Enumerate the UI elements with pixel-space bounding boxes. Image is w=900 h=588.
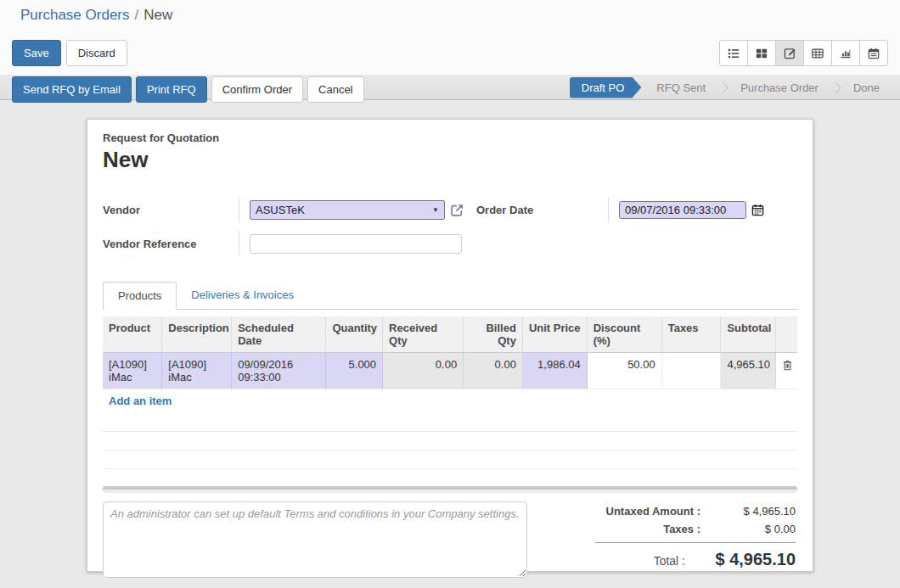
column-taxes: Taxes bbox=[661, 316, 721, 353]
graph-view-button[interactable] bbox=[831, 40, 860, 66]
top-bar: Purchase Orders/New Save Discard bbox=[0, 0, 900, 75]
terms-and-conditions-textarea[interactable] bbox=[103, 501, 527, 578]
totals-divider bbox=[595, 542, 796, 543]
chevron-right-icon bbox=[830, 82, 841, 93]
print-rfq-button[interactable]: Print RFQ bbox=[136, 76, 207, 103]
breadcrumb-parent-link[interactable]: Purchase Orders bbox=[20, 7, 130, 23]
empty-row bbox=[103, 450, 797, 468]
confirm-order-button[interactable]: Confirm Order bbox=[211, 76, 303, 103]
table-row: [A1090] iMac [A1090] iMac 09/09/2016 09:… bbox=[103, 353, 797, 389]
cell-discount[interactable]: 50.00 bbox=[587, 353, 661, 389]
delete-row-icon[interactable] bbox=[782, 360, 793, 371]
list-view-button[interactable] bbox=[719, 40, 748, 66]
stage-indicator: Draft PO RFQ Sent Purchase Order Done bbox=[570, 75, 892, 100]
cell-unit-price[interactable]: 1,986.04 bbox=[522, 353, 587, 389]
kanban-icon bbox=[756, 48, 768, 59]
chevron-down-icon: ▼ bbox=[432, 206, 439, 214]
column-product: Product bbox=[103, 316, 162, 353]
save-button[interactable]: Save bbox=[12, 40, 61, 66]
add-item-row: Add an item bbox=[103, 389, 797, 413]
column-actions bbox=[776, 316, 797, 353]
column-billed-qty: Billed Qty bbox=[464, 316, 523, 353]
breadcrumb-current: New bbox=[143, 7, 172, 23]
stage-purchase-order[interactable]: Purchase Order bbox=[728, 81, 830, 94]
send-rfq-by-email-button[interactable]: Send RFQ by Email bbox=[12, 76, 132, 103]
column-description: Description bbox=[162, 316, 232, 353]
vendor-value: ASUSTeK bbox=[256, 204, 432, 216]
content-area: Request for Quotation New Vendor ASUSTeK… bbox=[0, 100, 900, 588]
list-icon bbox=[728, 48, 740, 59]
vendor-reference-label: Vendor Reference bbox=[103, 238, 239, 250]
column-discount: Discount (%) bbox=[587, 316, 661, 353]
stage-done[interactable]: Done bbox=[841, 81, 892, 94]
kanban-view-button[interactable] bbox=[747, 40, 776, 66]
view-switcher bbox=[719, 40, 888, 66]
total-value: $ 4,965.10 bbox=[685, 550, 796, 569]
vendor-reference-input[interactable] bbox=[250, 234, 462, 254]
order-date-input[interactable] bbox=[619, 201, 746, 219]
status-bar: Send RFQ by Email Print RFQ Confirm Orde… bbox=[0, 75, 900, 100]
column-quantity: Quantity bbox=[326, 316, 383, 353]
order-lines-table: Product Description Scheduled Date Quant… bbox=[103, 316, 797, 469]
graph-icon bbox=[840, 48, 852, 59]
stage-draft-po[interactable]: Draft PO bbox=[570, 77, 642, 98]
taxes-value: $ 0.00 bbox=[700, 523, 796, 535]
order-date-label: Order Date bbox=[476, 204, 608, 216]
document-subtitle: Request for Quotation bbox=[103, 132, 797, 144]
cell-description[interactable]: [A1090] iMac bbox=[162, 353, 232, 389]
totals-panel: Untaxed Amount : $ 4,965.10 Taxes : $ 0.… bbox=[527, 501, 797, 578]
column-scheduled-date: Scheduled Date bbox=[232, 316, 326, 353]
cancel-button[interactable]: Cancel bbox=[307, 76, 363, 103]
form-sheet: Request for Quotation New Vendor ASUSTeK… bbox=[87, 119, 813, 572]
tab-deliveries-invoices[interactable]: Deliveries & Invoices bbox=[177, 282, 308, 309]
cell-received-qty: 0.00 bbox=[383, 353, 464, 389]
form-icon bbox=[784, 47, 796, 59]
column-received-qty: Received Qty bbox=[383, 316, 464, 353]
page-title: New bbox=[103, 147, 797, 173]
cell-taxes[interactable] bbox=[661, 353, 721, 389]
untaxed-amount-label: Untaxed Amount : bbox=[606, 505, 700, 518]
column-subtotal: Subtotal bbox=[721, 316, 776, 353]
cell-billed-qty: 0.00 bbox=[464, 353, 523, 389]
vendor-select[interactable]: ASUSTeK ▼ bbox=[250, 200, 445, 220]
empty-row bbox=[103, 431, 797, 450]
untaxed-amount-value: $ 4,965.10 bbox=[700, 505, 796, 518]
cell-subtotal: 4,965.10 bbox=[721, 353, 776, 389]
cell-scheduled-date[interactable]: 09/09/2016 09:33:00 bbox=[232, 353, 326, 389]
form-view-button[interactable] bbox=[775, 40, 804, 66]
add-an-item-link[interactable]: Add an item bbox=[109, 395, 172, 407]
cell-quantity[interactable]: 5.000 bbox=[326, 353, 383, 389]
pivot-icon bbox=[812, 48, 824, 59]
calendar-icon bbox=[868, 48, 880, 59]
tab-products[interactable]: Products bbox=[103, 282, 177, 310]
breadcrumb-separator: / bbox=[135, 7, 139, 23]
pivot-view-button[interactable] bbox=[803, 40, 832, 66]
cell-product[interactable]: [A1090] iMac bbox=[103, 353, 162, 389]
notebook-tabs: Products Deliveries & Invoices bbox=[103, 282, 797, 310]
total-label: Total : bbox=[654, 554, 685, 568]
chevron-right-icon bbox=[717, 82, 728, 93]
empty-row bbox=[103, 412, 797, 431]
horizontal-scrollbar[interactable] bbox=[103, 486, 797, 493]
breadcrumb: Purchase Orders/New bbox=[20, 7, 900, 24]
vendor-label: Vendor bbox=[103, 204, 239, 216]
discard-button[interactable]: Discard bbox=[66, 40, 127, 66]
stage-rfq-sent[interactable]: RFQ Sent bbox=[644, 81, 717, 94]
column-unit-price: Unit Price bbox=[522, 316, 587, 353]
table-header-row: Product Description Scheduled Date Quant… bbox=[103, 316, 797, 353]
taxes-label: Taxes : bbox=[663, 523, 700, 535]
calendar-icon[interactable] bbox=[751, 204, 764, 216]
calendar-view-button[interactable] bbox=[859, 40, 888, 66]
external-link-icon[interactable] bbox=[450, 203, 464, 217]
